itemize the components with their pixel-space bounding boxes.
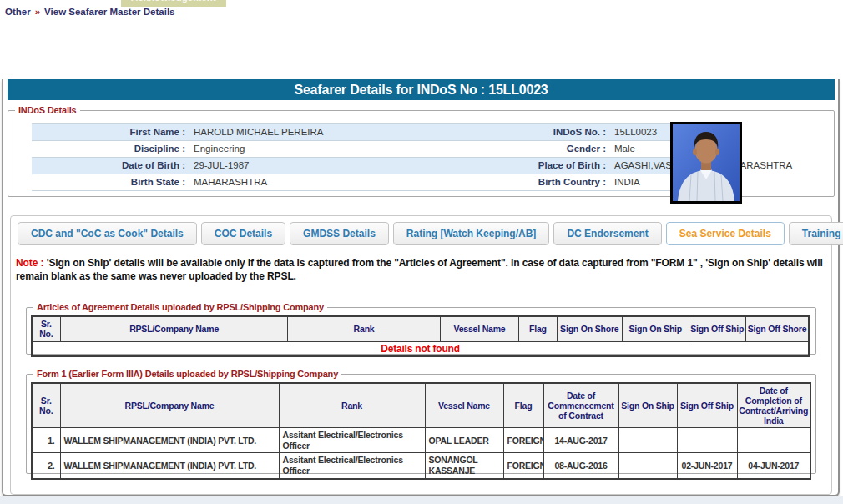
column-header-rank: Rank <box>288 316 440 341</box>
column-header-date-of-completion: Date of Completion of Contract/Arriving … <box>737 383 810 428</box>
cell-vessel: OPAL LEADER <box>425 428 503 453</box>
cell-company: WALLEM SHIPMANAGEMENT (INDIA) PVT. LTD. <box>60 453 279 479</box>
empty-row: Details not found <box>32 341 809 356</box>
field-label-first-name: First Name : <box>32 124 192 140</box>
note-label: Note : <box>16 257 43 269</box>
field-value-birth-state: MAHARASHTRA <box>192 174 467 190</box>
tab-rating-watch-keeping-ab[interactable]: Rating [Watch Keeping/AB] <box>393 222 550 245</box>
breadcrumb-link-other[interactable]: Other <box>5 7 31 17</box>
column-header-rpsl-company-name: RPSL/Company Name <box>60 383 279 428</box>
indos-details-fieldset: INDoS Details First Name : HAROLD MICHAE… <box>8 105 835 197</box>
acknowledgement-tab[interactable]: Acknowledgement <box>121 0 226 7</box>
form1-table: Sr. No. RPSL/Company Name Rank Vessel Na… <box>31 382 811 480</box>
articles-of-agreement-legend: Articles of Agreement Details uploaded b… <box>33 302 327 312</box>
articles-of-agreement-fieldset: Articles of Agreement Details uploaded b… <box>26 302 816 355</box>
cell-sign-on-ship <box>618 453 677 479</box>
indos-row: Date of Birth : 29-JUL-1987 Place of Bir… <box>32 158 671 174</box>
indos-details-legend: INDoS Details <box>15 105 80 115</box>
table-row: 1. WALLEM SHIPMANAGEMENT (INDIA) PVT. LT… <box>32 428 810 453</box>
page-background-strip <box>0 496 843 504</box>
sea-service-tab-panel: CDC and "CoC as Cook" Details COC Detail… <box>10 215 832 495</box>
field-value-date-of-birth: 29-JUL-1987 <box>192 158 467 174</box>
tab-gmdss-details[interactable]: GMDSS Details <box>290 222 389 245</box>
cell-company: WALLEM SHIPMANAGEMENT (INDIA) PVT. LTD. <box>60 428 279 453</box>
cell-flag: FOREIGN <box>503 428 543 453</box>
field-value-discipline: Engineering <box>192 141 467 157</box>
column-header-sign-off-ship: Sign Off Ship <box>689 316 745 341</box>
tab-coc-details[interactable]: COC Details <box>201 222 285 245</box>
column-header-sign-off-ship: Sign Off Ship <box>677 383 737 428</box>
cell-sign-off-ship <box>677 428 737 453</box>
cell-sr-no: 2. <box>32 453 60 479</box>
form1-legend: Form 1 (Earlier Form IIIA) Details uploa… <box>33 369 341 379</box>
field-label-birth-state: Birth State : <box>32 174 192 190</box>
cell-rank: Assitant Electrical/Electronics Officer <box>279 428 425 453</box>
column-header-rpsl-company-name: RPSL/Company Name <box>60 316 288 341</box>
cell-date-completion: 04-JUN-2017 <box>737 453 810 479</box>
detail-tabs: CDC and "CoC as Cook" Details COC Detail… <box>18 222 843 245</box>
tab-training-details[interactable]: Training Details <box>789 222 843 245</box>
field-value-first-name: HAROLD MICHAEL PEREIRA <box>192 124 467 140</box>
column-header-rank: Rank <box>279 383 425 428</box>
cell-vessel: SONANGOL KASSANJE <box>425 453 503 479</box>
field-label-indos-no: INDoS No. : <box>467 124 613 140</box>
tab-sea-service-details[interactable]: Sea Service Details <box>666 222 785 245</box>
table-header-row: Sr. No. RPSL/Company Name Rank Vessel Na… <box>32 316 809 341</box>
column-header-sr-no: Sr. No. <box>32 383 60 428</box>
indos-row: First Name : HAROLD MICHAEL PEREIRA INDo… <box>32 124 671 141</box>
column-header-sign-on-shore: Sign On Shore <box>557 316 623 341</box>
column-header-sr-no: Sr. No. <box>32 316 60 341</box>
breadcrumb: Other»View Seafarer Master Details <box>5 7 174 17</box>
table-row: 2. WALLEM SHIPMANAGEMENT (INDIA) PVT. LT… <box>32 453 810 479</box>
indos-details-rows: First Name : HAROLD MICHAEL PEREIRA INDo… <box>32 123 671 191</box>
breadcrumb-current: View Seafarer Master Details <box>44 7 174 17</box>
tab-dc-endorsement[interactable]: DC Endorsement <box>553 222 661 245</box>
column-header-sign-on-ship: Sign On Ship <box>618 383 677 428</box>
column-header-flag: Flag <box>503 383 543 428</box>
column-header-sign-off-shore: Sign Off Shore <box>745 316 809 341</box>
seafarer-photo <box>670 122 742 204</box>
page-title: Seafarer Details for INDoS No : 15LL0023 <box>8 79 835 100</box>
sign-on-ship-note: Note : 'Sign on Ship' details will be av… <box>16 256 827 283</box>
details-not-found-message: Details not found <box>32 341 809 356</box>
cell-flag: FOREIGN <box>503 453 543 479</box>
person-portrait-icon <box>673 124 740 201</box>
field-label-date-of-birth: Date of Birth : <box>32 158 192 174</box>
column-header-vessel-name: Vessel Name <box>425 383 503 428</box>
cell-sign-on-ship <box>618 428 677 453</box>
breadcrumb-separator: » <box>31 7 44 17</box>
note-text: 'Sign on Ship' details will be available… <box>16 257 823 282</box>
cell-date-commencement: 14-AUG-2017 <box>543 428 618 453</box>
field-label-place-of-birth: Place of Birth : <box>467 158 613 174</box>
cell-sign-off-ship: 02-JUN-2017 <box>677 453 737 479</box>
tab-cdc-coc-as-cook-details[interactable]: CDC and "CoC as Cook" Details <box>18 222 197 245</box>
field-value-indos-no: 15LL0023 <box>613 124 671 140</box>
cell-rank: Assitant Electrical/Electronics Officer <box>279 453 425 479</box>
cell-date-commencement: 08-AUG-2016 <box>543 453 618 479</box>
indos-row: Discipline : Engineering Gender : Male <box>32 141 671 158</box>
field-value-birth-country: INDIA <box>613 174 671 190</box>
column-header-flag: Flag <box>519 316 557 341</box>
field-label-discipline: Discipline : <box>32 141 192 157</box>
table-header-row: Sr. No. RPSL/Company Name Rank Vessel Na… <box>32 383 810 428</box>
articles-of-agreement-table: Sr. No. RPSL/Company Name Rank Vessel Na… <box>31 315 810 357</box>
column-header-sign-on-ship: Sign On Ship <box>623 316 689 341</box>
page-container: Seafarer Details for INDoS No : 15LL0023… <box>2 79 840 496</box>
form1-fieldset: Form 1 (Earlier Form IIIA) Details uploa… <box>26 369 816 474</box>
field-label-birth-country: Birth Country : <box>467 174 613 190</box>
field-value-gender: Male <box>613 141 671 157</box>
cell-date-completion <box>737 428 810 453</box>
column-header-date-of-commencement: Date of Commencement of Contract <box>543 383 618 428</box>
column-header-vessel-name: Vessel Name <box>440 316 519 341</box>
cell-sr-no: 1. <box>32 428 60 453</box>
field-label-gender: Gender : <box>467 141 613 157</box>
indos-row: Birth State : MAHARASHTRA Birth Country … <box>32 174 671 191</box>
